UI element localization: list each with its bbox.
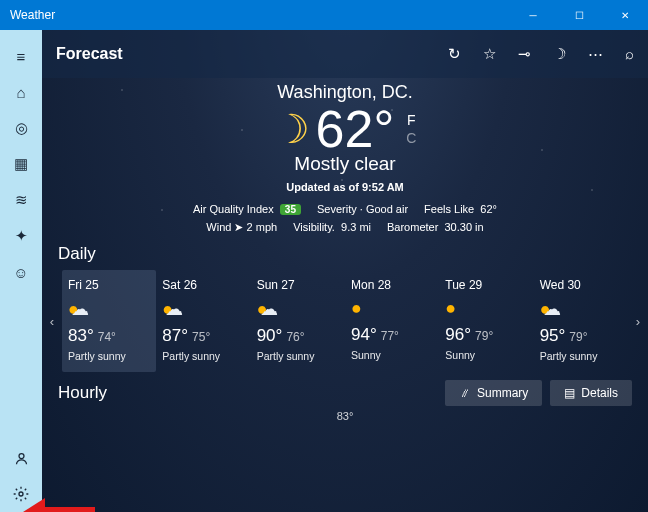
day-card[interactable]: Sun 27●☁90°76°Partly sunny: [251, 270, 345, 372]
waves-icon[interactable]: ≋: [0, 182, 42, 218]
condition-text: Mostly clear: [42, 153, 648, 175]
day-condition: Partly sunny: [162, 350, 244, 362]
refresh-icon[interactable]: ↻: [448, 45, 461, 63]
day-condition: Partly sunny: [257, 350, 339, 362]
daily-next-icon[interactable]: ›: [628, 314, 648, 329]
topbar: Forecast ↻ ☆ ⊸ ☽ ⋯ ⌕: [42, 30, 648, 78]
details-button[interactable]: ▤Details: [550, 380, 632, 406]
day-date: Sat 26: [162, 278, 244, 292]
day-card[interactable]: Sat 26●☁87°75°Partly sunny: [156, 270, 250, 372]
history-icon[interactable]: ▦: [0, 146, 42, 182]
day-low: 74°: [98, 330, 116, 344]
baro-label: Barometer: [387, 221, 438, 233]
hourly-heading: Hourly: [58, 383, 107, 403]
minimize-button[interactable]: ─: [510, 0, 556, 30]
day-card[interactable]: Fri 25●☁83°74°Partly sunny: [62, 270, 156, 372]
maximize-button[interactable]: ☐: [556, 0, 602, 30]
day-date: Sun 27: [257, 278, 339, 292]
day-high: 83°: [68, 326, 94, 345]
summary-button[interactable]: ⫽Summary: [445, 380, 542, 406]
day-low: 77°: [381, 329, 399, 343]
window-title: Weather: [10, 8, 55, 22]
feels-label: Feels Like: [424, 203, 474, 215]
day-high: 95°: [540, 326, 566, 345]
day-date: Mon 28: [351, 278, 433, 292]
day-condition: Partly sunny: [540, 350, 622, 362]
severity-label: Severity: [317, 203, 357, 215]
day-date: Wed 30: [540, 278, 622, 292]
day-card[interactable]: Mon 28●94°77°Sunny: [345, 270, 439, 372]
day-card[interactable]: Wed 30●☁95°79°Partly sunny: [534, 270, 628, 372]
feels-value: 62°: [480, 203, 497, 215]
day-low: 79°: [475, 329, 493, 343]
sidebar: ≡ ⌂ ◎ ▦ ≋ ✦ ☺: [0, 30, 42, 512]
star-icon[interactable]: ☆: [483, 45, 496, 63]
condition-moon-icon: ☽: [274, 106, 310, 152]
day-low: 75°: [192, 330, 210, 344]
page-title: Forecast: [56, 45, 123, 63]
aqi-badge: 35: [280, 204, 301, 215]
day-high: 90°: [257, 326, 283, 345]
temperature: 62°: [316, 99, 395, 159]
day-high: 94°: [351, 325, 377, 344]
more-icon[interactable]: ⋯: [588, 45, 603, 63]
baro-value: 30.30 in: [444, 221, 483, 233]
day-high: 96°: [445, 325, 471, 344]
day-date: Fri 25: [68, 278, 150, 292]
day-card[interactable]: Tue 29●96°79°Sunny: [439, 270, 533, 372]
updated-text: Updated as of 9:52 AM: [42, 181, 648, 193]
day-condition: Sunny: [351, 349, 433, 361]
search-icon[interactable]: ⌕: [625, 45, 634, 63]
feedback-icon[interactable]: ☺: [0, 254, 42, 290]
svg-point-1: [19, 492, 23, 496]
aqi-label: Air Quality Index: [193, 203, 274, 215]
weather-icon: ●: [351, 298, 433, 319]
favorites-icon[interactable]: ✦: [0, 218, 42, 254]
weather-icon: ●: [445, 298, 527, 319]
wind-value: 2 mph: [247, 221, 278, 233]
severity-value: Good air: [366, 203, 408, 215]
titlebar: Weather ─ ☐ ✕: [0, 0, 648, 30]
hero: Washington, DC. ☽ 62° F C Mostly clear U…: [42, 78, 648, 234]
daily-prev-icon[interactable]: ‹: [42, 314, 62, 329]
day-date: Tue 29: [445, 278, 527, 292]
day-high: 87°: [162, 326, 188, 345]
list-icon: ▤: [564, 386, 575, 400]
vis-value: 9.3 mi: [341, 221, 371, 233]
unit-c[interactable]: C: [406, 130, 416, 146]
home-icon[interactable]: ⌂: [0, 74, 42, 110]
wind-label: Wind: [206, 221, 231, 233]
maps-icon[interactable]: ◎: [0, 110, 42, 146]
daily-list: Fri 25●☁83°74°Partly sunnySat 26●☁87°75°…: [62, 270, 628, 372]
weather-icon: ●☁: [540, 298, 622, 320]
hamburger-icon[interactable]: ≡: [0, 38, 42, 74]
pin-icon[interactable]: ⊸: [518, 45, 531, 63]
day-low: 79°: [569, 330, 587, 344]
moon-icon[interactable]: ☽: [553, 45, 566, 63]
close-button[interactable]: ✕: [602, 0, 648, 30]
day-low: 76°: [286, 330, 304, 344]
day-condition: Partly sunny: [68, 350, 150, 362]
daily-heading: Daily: [42, 234, 648, 270]
account-icon[interactable]: [0, 440, 42, 476]
weather-icon: ●☁: [257, 298, 339, 320]
footer-temp: 83°: [42, 410, 648, 422]
vis-label: Visibility.: [293, 221, 335, 233]
weather-icon: ●☁: [68, 298, 150, 320]
weather-icon: ●☁: [162, 298, 244, 320]
chart-icon: ⫽: [459, 386, 471, 400]
day-condition: Sunny: [445, 349, 527, 361]
svg-point-0: [19, 453, 24, 458]
unit-f[interactable]: F: [406, 112, 416, 128]
